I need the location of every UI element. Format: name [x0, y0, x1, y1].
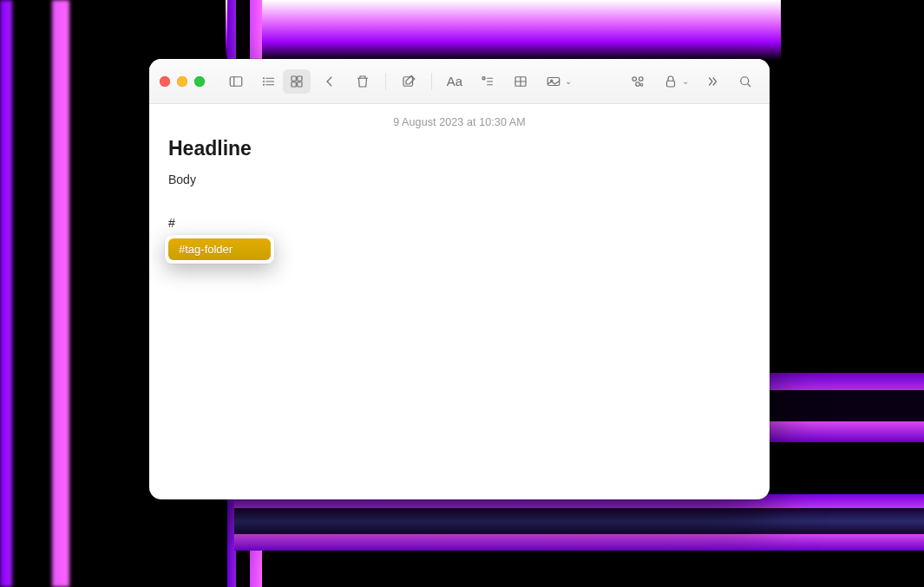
wallpaper-stripe [0, 0, 69, 587]
toggle-sidebar-button[interactable] [222, 69, 250, 94]
svg-rect-10 [292, 82, 296, 86]
sidebar-icon [228, 74, 244, 89]
svg-rect-28 [667, 81, 675, 87]
svg-point-7 [264, 84, 265, 85]
format-icon: Aa [447, 74, 462, 88]
tag-suggestion-item[interactable]: #tag-folder [168, 238, 271, 260]
svg-line-30 [748, 83, 750, 86]
fullscreen-window-button[interactable] [194, 76, 205, 87]
note-editor[interactable]: 9 August 2023 at 10:30 AM Headline Body … [149, 104, 770, 499]
more-toolbar-button[interactable] [698, 69, 726, 94]
svg-rect-8 [292, 76, 296, 81]
gallery-view-button[interactable] [283, 69, 311, 94]
compose-icon [401, 74, 416, 89]
list-icon [261, 74, 277, 89]
svg-point-23 [639, 76, 644, 81]
svg-point-22 [632, 76, 637, 81]
note-timestamp: 9 August 2023 at 10:30 AM [168, 116, 750, 128]
svg-point-6 [264, 81, 265, 82]
notes-window: Aa ⌄ ⌄ 9 [149, 59, 770, 499]
link-icon [630, 74, 645, 89]
photo-icon [546, 74, 561, 89]
toolbar-separator [385, 73, 386, 90]
svg-rect-11 [298, 82, 302, 86]
checklist-button[interactable] [474, 69, 501, 94]
wallpaper-gradient [226, 0, 781, 61]
svg-point-5 [264, 77, 265, 78]
note-body[interactable]: Body [168, 173, 750, 186]
chevron-down-icon[interactable]: ⌄ [681, 76, 690, 86]
search-button[interactable] [731, 69, 759, 94]
minimize-window-button[interactable] [177, 76, 187, 87]
window-controls [160, 76, 205, 87]
chevron-down-icon[interactable]: ⌄ [564, 76, 573, 86]
table-icon [513, 74, 528, 89]
close-window-button[interactable] [160, 76, 170, 87]
checklist-icon [480, 74, 495, 89]
grid-icon [289, 74, 305, 89]
new-note-button[interactable] [395, 69, 423, 94]
tag-suggestion-popover: #tag-folder [165, 235, 274, 264]
svg-point-24 [636, 82, 640, 86]
back-button[interactable] [316, 69, 344, 94]
note-title[interactable]: Headline [168, 137, 750, 160]
window-toolbar: Aa ⌄ ⌄ [149, 59, 770, 104]
svg-rect-9 [298, 76, 302, 81]
format-text-button[interactable]: Aa [441, 69, 469, 94]
svg-point-29 [741, 76, 749, 84]
toolbar-separator [431, 73, 432, 90]
chevron-left-icon [322, 74, 337, 89]
hash-trigger-text[interactable]: # [168, 216, 750, 230]
link-note-button[interactable] [624, 69, 652, 94]
delete-note-button[interactable] [349, 69, 377, 94]
lock-icon [663, 74, 678, 89]
trash-icon [355, 74, 370, 89]
search-icon [737, 74, 753, 89]
list-view-button[interactable] [255, 69, 283, 94]
svg-rect-0 [230, 76, 242, 86]
chevrons-right-icon [704, 74, 720, 89]
table-button[interactable] [507, 69, 534, 94]
wallpaper-stripe [234, 494, 924, 551]
